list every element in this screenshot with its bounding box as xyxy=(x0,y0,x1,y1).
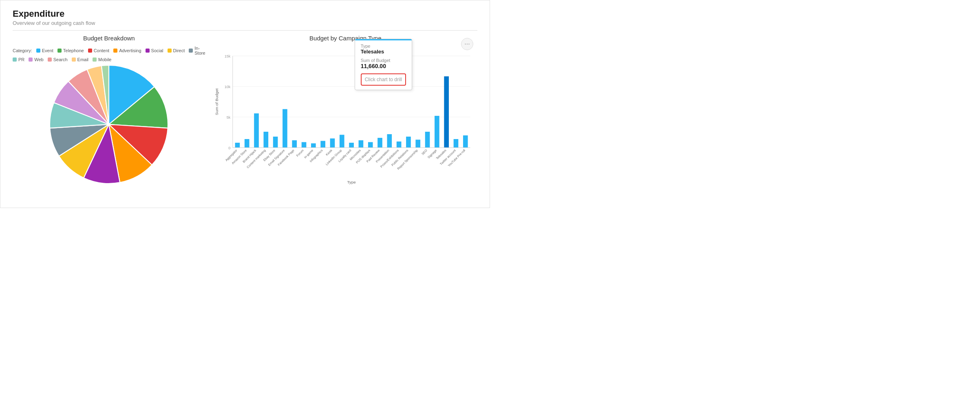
legend-prefix: Category: xyxy=(13,48,32,53)
legend-label: Mobile xyxy=(98,57,111,62)
page-subtitle: Overview of our outgoing cash flow xyxy=(13,20,477,26)
left-chart: Budget Breakdown Category: EventTelephon… xyxy=(13,35,205,192)
x-axis-title: Type xyxy=(347,180,356,184)
x-axis-bar-label: Forum xyxy=(296,148,305,157)
bar-rect[interactable] xyxy=(453,139,458,148)
bar-rect[interactable] xyxy=(415,139,420,147)
bar-rect[interactable] xyxy=(463,135,468,148)
legend-label: Email xyxy=(77,57,89,62)
bar-rect[interactable] xyxy=(396,142,401,148)
legend-item: Direct xyxy=(168,48,185,53)
bar-rect[interactable] xyxy=(358,140,363,148)
legend-label: In-Store xyxy=(194,46,205,55)
bar-rect[interactable] xyxy=(320,141,325,147)
legend-color-dot xyxy=(189,49,193,53)
legend-item: Event xyxy=(36,48,53,53)
bar-rect[interactable] xyxy=(235,143,240,148)
legend: Category: EventTelephoneContentAdvertisi… xyxy=(13,46,205,62)
legend-color-dot xyxy=(48,58,52,62)
x-axis-bar-label: Kiosk xyxy=(325,148,333,157)
y-axis-label: 0 xyxy=(228,146,230,150)
legend-item: Content xyxy=(88,48,110,53)
pie-chart-svg[interactable] xyxy=(50,65,168,184)
bar-rect[interactable] xyxy=(377,138,382,148)
bar-rect[interactable] xyxy=(340,135,344,147)
bar-rect[interactable] xyxy=(406,137,411,148)
legend-item: Advertising xyxy=(113,48,141,53)
legend-color-dot xyxy=(146,49,150,53)
x-axis-bar-label: SEO xyxy=(421,148,428,156)
tooltip-sum-label: Sum of Budget xyxy=(361,58,406,63)
bar-rect[interactable] xyxy=(254,113,259,148)
bar-rect[interactable] xyxy=(368,142,373,147)
bar-rect[interactable] xyxy=(283,109,287,148)
bar-rect[interactable] xyxy=(273,137,278,148)
legend-label: Direct xyxy=(173,48,185,53)
legend-row-1: Category: EventTelephoneContentAdvertisi… xyxy=(13,46,205,55)
left-chart-title: Budget Breakdown xyxy=(13,35,205,42)
bar-chart-area[interactable]: 05k10k15kSum of BudgetAggregatorAmazon S… xyxy=(214,45,477,192)
legend-color-dot xyxy=(57,49,62,53)
bar-rect[interactable] xyxy=(311,143,316,147)
legend-label: Web xyxy=(34,57,43,62)
tooltip-drill-text: Click chart to drill xyxy=(361,73,406,86)
bar-rect[interactable] xyxy=(444,76,449,148)
legend-color-dot xyxy=(36,49,40,53)
x-axis-bar-label: YouTube Pre-roll xyxy=(447,148,466,168)
header-divider xyxy=(13,30,477,31)
page-title: Expenditure xyxy=(13,9,477,19)
legend-color-dot xyxy=(88,49,92,53)
legend-item: Web xyxy=(29,57,43,62)
legend-row-2: PRWebSearchEmailMobile xyxy=(13,57,205,62)
y-axis-label: 15k xyxy=(224,54,230,58)
bar-rect[interactable] xyxy=(387,134,392,148)
legend-item: Telephone xyxy=(57,48,84,53)
bar-rect[interactable] xyxy=(301,142,306,147)
bar-rect[interactable] xyxy=(263,132,268,148)
tooltip-box: Type Telesales Sum of Budget 11,660.00 C… xyxy=(355,39,412,90)
bar-chart-svg[interactable]: 05k10k15kSum of BudgetAggregatorAmazon S… xyxy=(214,45,477,192)
legend-item: PR xyxy=(13,57,24,62)
bar-rect[interactable] xyxy=(244,139,249,148)
legend-color-dot xyxy=(13,58,17,62)
y-axis-label: 10k xyxy=(224,85,230,89)
tooltip-border-top xyxy=(355,39,412,40)
legend-item: In-Store xyxy=(189,46,205,55)
legend-item: Social xyxy=(146,48,163,53)
legend-label: Telephone xyxy=(63,48,84,53)
legend-item: Email xyxy=(72,57,89,62)
y-axis-label: 5k xyxy=(226,115,230,119)
legend-label: PR xyxy=(18,57,24,62)
tooltip-type-value: Telesales xyxy=(361,49,406,55)
legend-color-dot xyxy=(29,58,33,62)
right-chart: Budget by Campaign Type Type Telesales S… xyxy=(214,35,477,192)
bar-rect[interactable] xyxy=(349,143,354,148)
right-chart-title: Budget by Campaign Type xyxy=(214,35,477,42)
bar-rect[interactable] xyxy=(330,138,335,147)
legend-color-dot xyxy=(168,49,172,53)
page-container: Expenditure Overview of our outgoing cas… xyxy=(0,0,490,208)
legend-color-dot xyxy=(113,49,117,53)
legend-label: Search xyxy=(53,57,68,62)
legend-label: Content xyxy=(94,48,110,53)
legend-color-dot xyxy=(72,58,76,62)
bar-rect[interactable] xyxy=(425,132,430,148)
bar-rect[interactable] xyxy=(292,140,297,148)
legend-label: Advertising xyxy=(119,48,141,53)
pie-container[interactable] xyxy=(13,65,205,184)
legend-label: Social xyxy=(151,48,163,53)
legend-label: Event xyxy=(42,48,53,53)
legend-item: Search xyxy=(48,57,68,62)
x-axis-bar-label: Email Signature xyxy=(267,148,285,166)
tooltip-sum-value: 11,660.00 xyxy=(361,63,406,69)
header: Expenditure Overview of our outgoing cas… xyxy=(13,9,477,26)
charts-row: Budget Breakdown Category: EventTelephon… xyxy=(13,35,477,192)
legend-item: Mobile xyxy=(93,57,111,62)
y-axis-title: Sum of Budget xyxy=(214,89,219,115)
bar-rect[interactable] xyxy=(435,116,439,148)
tooltip-type-label: Type xyxy=(361,44,406,49)
legend-color-dot xyxy=(93,58,97,62)
